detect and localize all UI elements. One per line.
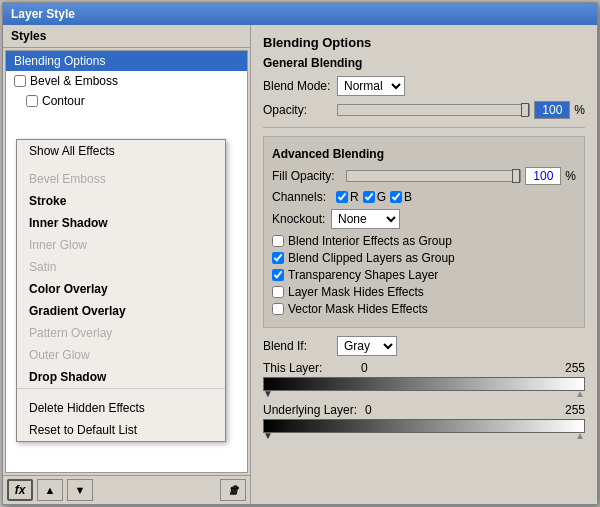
underlying-gradient-container: ▼ ▲	[263, 419, 585, 433]
fill-opacity-thumb[interactable]	[512, 169, 520, 183]
this-layer-gradient-container: ▼ ▲	[263, 377, 585, 391]
section-title: Blending Options	[263, 35, 585, 50]
channel-r-label: R	[350, 190, 359, 204]
dropdown-stroke[interactable]: Stroke	[17, 190, 225, 212]
dropdown-inner-shadow[interactable]: Inner Shadow	[17, 212, 225, 234]
this-layer-gradient[interactable]	[263, 377, 585, 391]
styles-header: Styles	[3, 25, 250, 48]
opacity-slider[interactable]	[337, 104, 530, 116]
underlying-max: 255	[565, 403, 585, 417]
layer-style-dialog: Layer Style Styles Blending Options Beve…	[2, 2, 598, 505]
this-layer-min: 0	[361, 361, 381, 375]
delete-effect-button[interactable]: 🗑	[220, 479, 246, 501]
bevel-emboss-checkbox[interactable]	[14, 75, 26, 87]
dropdown-color-overlay[interactable]: Color Overlay	[17, 278, 225, 300]
right-panel: Blending Options General Blending Blend …	[251, 25, 597, 504]
left-panel: Styles Blending Options Bevel & Emboss C…	[3, 25, 251, 504]
divider-1	[263, 127, 585, 128]
blend-clipped-row: Blend Clipped Layers as Group	[272, 251, 576, 265]
sidebar-item-bevel-emboss[interactable]: Bevel & Emboss	[6, 71, 247, 91]
general-blending-label: General Blending	[263, 56, 585, 70]
transparency-shapes-label: Transparency Shapes Layer	[288, 268, 438, 282]
remove-effect-button[interactable]: ▼	[67, 479, 93, 501]
contour-checkbox[interactable]	[26, 95, 38, 107]
channel-g-label: G	[377, 190, 386, 204]
fill-opacity-input[interactable]	[525, 167, 561, 185]
dropdown-separator	[17, 388, 225, 397]
dropdown-show-all[interactable]: Show All Effects	[17, 140, 225, 162]
blend-clipped-checkbox[interactable]	[272, 252, 284, 264]
transparency-shapes-checkbox[interactable]	[272, 269, 284, 281]
fill-opacity-slider[interactable]	[346, 170, 521, 182]
channels-label: Channels:	[272, 190, 332, 204]
underlying-right-arrow[interactable]: ▲	[575, 430, 585, 441]
knockout-label: Knockout:	[272, 212, 327, 226]
opacity-label: Opacity:	[263, 103, 333, 117]
dropdown-inner-glow[interactable]: Inner Glow	[17, 234, 225, 256]
dropdown-bevel-emboss[interactable]: Bevel Emboss	[17, 168, 225, 190]
opacity-pct: %	[574, 103, 585, 117]
underlying-layer-row: Underlying Layer: 0 255	[263, 403, 585, 417]
this-layer-right-arrow[interactable]: ▲	[575, 388, 585, 399]
vector-mask-row: Vector Mask Hides Effects	[272, 302, 576, 316]
channel-b-group: B	[390, 190, 412, 204]
dropdown-reset-default[interactable]: Reset to Default List	[17, 419, 225, 441]
dropdown-delete-hidden[interactable]: Delete Hidden Effects	[17, 397, 225, 419]
dropdown-pattern-overlay[interactable]: Pattern Overlay	[17, 322, 225, 344]
channel-r-checkbox[interactable]	[336, 191, 348, 203]
underlying-gradient[interactable]	[263, 419, 585, 433]
blend-interior-row: Blend Interior Effects as Group	[272, 234, 576, 248]
layer-mask-label: Layer Mask Hides Effects	[288, 285, 424, 299]
underlying-left-arrow[interactable]: ▼	[263, 430, 273, 441]
fill-opacity-row: Fill Opacity: %	[272, 167, 576, 185]
underlying-min: 0	[365, 403, 385, 417]
transparency-shapes-row: Transparency Shapes Layer	[272, 268, 576, 282]
advanced-blending-label: Advanced Blending	[272, 147, 576, 161]
dropdown-drop-shadow[interactable]: Drop Shadow	[17, 366, 225, 388]
blend-mode-select[interactable]: Normal Multiply Screen Overlay	[337, 76, 405, 96]
this-layer-label: This Layer:	[263, 361, 353, 375]
fill-opacity-pct: %	[565, 169, 576, 183]
effects-dropdown: Show All Effects Bevel Emboss Stroke Inn…	[16, 139, 226, 442]
sidebar-item-contour[interactable]: Contour	[6, 91, 247, 111]
this-layer-max: 255	[565, 361, 585, 375]
channel-r-group: R	[336, 190, 359, 204]
this-layer-left-arrow[interactable]: ▼	[263, 388, 273, 399]
blend-mode-label: Blend Mode:	[263, 79, 333, 93]
title-bar: Layer Style	[3, 3, 597, 25]
blend-if-select[interactable]: Gray Red Green Blue	[337, 336, 397, 356]
dropdown-gradient-overlay[interactable]: Gradient Overlay	[17, 300, 225, 322]
fill-opacity-label: Fill Opacity:	[272, 169, 342, 183]
channel-g-checkbox[interactable]	[363, 191, 375, 203]
add-effect-button[interactable]: ▲	[37, 479, 63, 501]
dropdown-satin[interactable]: Satin	[17, 256, 225, 278]
layer-mask-checkbox[interactable]	[272, 286, 284, 298]
fx-button[interactable]: fx	[7, 479, 33, 501]
this-layer-row: This Layer: 0 255	[263, 361, 585, 375]
opacity-thumb[interactable]	[521, 103, 529, 117]
blend-if-label: Blend If:	[263, 339, 333, 353]
opacity-input[interactable]: 100	[534, 101, 570, 119]
channels-row: Channels: R G B	[272, 190, 576, 204]
channel-b-checkbox[interactable]	[390, 191, 402, 203]
opacity-row: Opacity: 100 %	[263, 101, 585, 119]
blend-if-row: Blend If: Gray Red Green Blue	[263, 336, 585, 356]
channel-b-label: B	[404, 190, 412, 204]
vector-mask-checkbox[interactable]	[272, 303, 284, 315]
blend-clipped-label: Blend Clipped Layers as Group	[288, 251, 455, 265]
styles-list: Blending Options Bevel & Emboss Contour …	[5, 50, 248, 473]
knockout-select[interactable]: None Shallow Deep	[331, 209, 400, 229]
knockout-row: Knockout: None Shallow Deep	[272, 209, 576, 229]
sidebar-item-blending-options[interactable]: Blending Options	[6, 51, 247, 71]
left-toolbar: fx ▲ ▼ 🗑	[3, 475, 250, 504]
fill-opacity-slider-container: %	[346, 167, 576, 185]
blend-interior-checkbox[interactable]	[272, 235, 284, 247]
dropdown-outer-glow[interactable]: Outer Glow	[17, 344, 225, 366]
blend-interior-label: Blend Interior Effects as Group	[288, 234, 452, 248]
vector-mask-label: Vector Mask Hides Effects	[288, 302, 428, 316]
channel-g-group: G	[363, 190, 386, 204]
blend-if-section: Blend If: Gray Red Green Blue This Layer…	[263, 336, 585, 433]
opacity-slider-container: 100 %	[337, 101, 585, 119]
dialog-body: Styles Blending Options Bevel & Emboss C…	[3, 25, 597, 504]
dialog-title: Layer Style	[11, 7, 75, 21]
